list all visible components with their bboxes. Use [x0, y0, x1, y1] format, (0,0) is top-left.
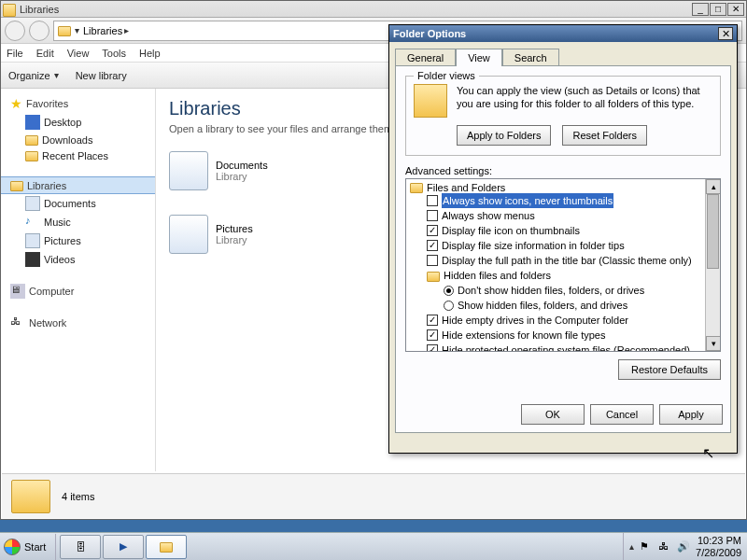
windows-logo-icon — [4, 539, 21, 555]
volume-icon[interactable]: 🔊 — [677, 540, 690, 553]
maximize-button[interactable]: □ — [710, 3, 726, 16]
dialog-close-button[interactable]: ✕ — [718, 27, 733, 40]
forward-button[interactable] — [29, 21, 49, 41]
setting-radio[interactable]: Don't show hidden files, folders, or dri… — [410, 283, 716, 298]
checkbox-icon[interactable] — [427, 240, 438, 251]
flag-icon[interactable]: ⚑ — [640, 540, 653, 553]
network-icon: 🖧 — [10, 315, 25, 330]
folder-views-text: You can apply the view (such as Details … — [457, 84, 712, 118]
tab-view[interactable]: View — [456, 49, 502, 66]
system-tray: ▴ ⚑ 🖧 🔊 10:23 PM 7/28/2009 — [623, 533, 747, 560]
folder-icon — [3, 4, 16, 17]
scroll-down-button[interactable]: ▾ — [706, 336, 721, 351]
cancel-button[interactable]: Cancel — [590, 404, 654, 425]
details-pane: 4 items — [2, 473, 745, 518]
titlebar[interactable]: Libraries _ □ ✕ — [1, 1, 746, 18]
new-library-button[interactable]: New library — [76, 70, 127, 81]
nav-documents[interactable]: Documents — [1, 194, 155, 213]
setting-checkbox[interactable]: Hide empty drives in the Computer folder — [410, 313, 716, 328]
apply-button[interactable]: Apply — [659, 404, 723, 425]
documents-library-icon — [169, 151, 208, 190]
network-tray-icon[interactable]: 🖧 — [658, 540, 671, 553]
taskbar-item-server-manager[interactable]: 🗄 — [60, 535, 101, 559]
folder-icon — [410, 183, 423, 193]
advanced-settings-label: Advanced settings: — [405, 165, 721, 176]
breadcrumb[interactable]: Libraries ▸ — [83, 25, 129, 36]
organize-button[interactable]: Organize ▾ — [8, 70, 59, 81]
setting-checkbox[interactable]: Display the full path in the title bar (… — [410, 253, 716, 268]
pictures-icon — [25, 233, 40, 248]
reset-folders-button[interactable]: Reset Folders — [562, 125, 646, 146]
tab-search[interactable]: Search — [502, 49, 559, 66]
scroll-up-button[interactable]: ▴ — [706, 179, 721, 194]
folder-icon — [58, 26, 71, 36]
restore-defaults-button[interactable]: Restore Defaults — [618, 359, 721, 380]
setting-radio[interactable]: Show hidden files, folders, and drives — [410, 298, 716, 313]
checkbox-icon[interactable] — [427, 195, 438, 206]
library-item-pictures[interactable]: PicturesLibrary — [169, 215, 253, 254]
close-button[interactable]: ✕ — [727, 3, 744, 16]
clock[interactable]: 10:23 PM 7/28/2009 — [696, 535, 741, 557]
ok-button[interactable]: OK — [521, 404, 585, 425]
scroll-thumb[interactable] — [707, 194, 719, 269]
nav-pictures[interactable]: Pictures — [1, 231, 155, 250]
radio-icon[interactable] — [444, 301, 454, 311]
server-icon: 🗄 — [76, 541, 86, 553]
checkbox-icon[interactable] — [427, 344, 438, 352]
checkbox-icon[interactable] — [427, 255, 438, 266]
folder-views-legend: Folder views — [414, 70, 479, 81]
checkbox-icon[interactable] — [427, 210, 438, 221]
tab-general[interactable]: General — [395, 49, 456, 66]
advanced-settings-tree[interactable]: Files and FoldersAlways show icons, neve… — [405, 178, 721, 352]
favorites-group[interactable]: ★Favorites — [1, 94, 155, 113]
tray-overflow-icon[interactable]: ▴ — [629, 541, 634, 552]
apply-to-folders-button[interactable]: Apply to Folders — [457, 125, 551, 146]
tab-panel-view: Folder views You can apply the view (suc… — [395, 65, 731, 433]
libraries-group[interactable]: Libraries — [1, 176, 155, 194]
tab-strip: General View Search — [389, 42, 737, 65]
desktop-icon — [25, 115, 40, 130]
pictures-library-icon — [169, 215, 208, 254]
nav-network[interactable]: 🖧Network — [1, 314, 155, 332]
menu-file[interactable]: File — [7, 48, 23, 59]
folder-views-group: Folder views You can apply the view (suc… — [405, 76, 721, 156]
star-icon: ★ — [10, 96, 22, 111]
checkbox-icon[interactable] — [427, 225, 438, 236]
nav-downloads[interactable]: Downloads — [1, 132, 155, 147]
setting-checkbox[interactable]: Display file size information in folder … — [410, 238, 716, 253]
nav-recent[interactable]: Recent Places — [1, 147, 155, 163]
menu-view[interactable]: View — [67, 48, 90, 59]
nav-pane: ★Favorites Desktop Downloads Recent Plac… — [1, 89, 156, 471]
library-item-documents[interactable]: DocumentsLibrary — [169, 151, 268, 190]
setting-checkbox[interactable]: Always show icons, never thumbnails — [410, 193, 716, 208]
scrollbar[interactable]: ▴ ▾ — [705, 179, 720, 351]
nav-music[interactable]: ♪Music — [1, 213, 155, 231]
nav-videos[interactable]: Videos — [1, 250, 155, 269]
start-button[interactable]: Start — [0, 534, 56, 560]
checkbox-icon[interactable] — [427, 315, 438, 326]
dialog-titlebar[interactable]: Folder Options ✕ — [389, 25, 737, 42]
dialog-title: Folder Options — [393, 28, 718, 39]
back-button[interactable] — [5, 21, 25, 41]
taskbar-item-explorer[interactable] — [146, 535, 187, 559]
folder-icon — [11, 480, 50, 513]
menu-edit[interactable]: Edit — [36, 48, 54, 59]
nav-computer[interactable]: 🖥Computer — [1, 282, 155, 301]
minimize-button[interactable]: _ — [692, 3, 709, 16]
radio-icon[interactable] — [444, 286, 454, 296]
setting-checkbox[interactable]: Always show menus — [410, 208, 716, 223]
item-count: 4 items — [62, 491, 94, 502]
menu-tools[interactable]: Tools — [102, 48, 126, 59]
chevron-down-icon[interactable]: ▾ — [75, 25, 79, 35]
checkbox-icon[interactable] — [427, 329, 438, 341]
nav-desktop[interactable]: Desktop — [1, 113, 155, 132]
taskbar-item-powershell[interactable]: ▶ — [103, 535, 144, 559]
videos-icon — [25, 252, 40, 267]
setting-checkbox[interactable]: Display file icon on thumbnails — [410, 223, 716, 238]
setting-checkbox[interactable]: Hide extensions for known file types — [410, 328, 716, 343]
setting-checkbox[interactable]: Hide protected operating system files (R… — [410, 343, 716, 352]
menu-help[interactable]: Help — [139, 48, 161, 59]
taskbar: Start 🗄 ▶ ▴ ⚑ 🖧 🔊 10:23 PM 7/28/2009 — [0, 532, 747, 560]
setting-group: Hidden files and folders — [410, 268, 716, 283]
folder-icon — [25, 135, 38, 146]
